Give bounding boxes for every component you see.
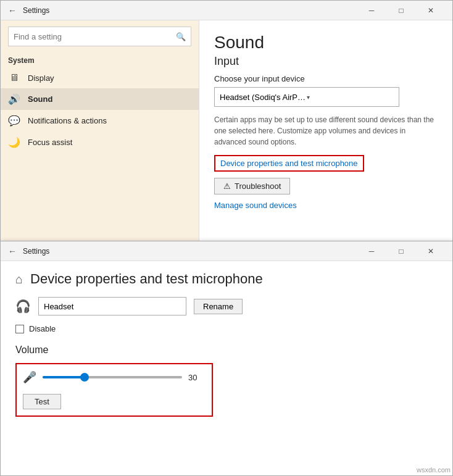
volume-section-title: Volume bbox=[15, 344, 438, 356]
device-name-row: 🎧 Rename bbox=[15, 297, 438, 315]
sound-icon: 🔊 bbox=[8, 93, 20, 105]
system-section-label: System bbox=[1, 52, 199, 67]
troubleshoot-button[interactable]: ⚠ Troubleshoot bbox=[214, 178, 290, 194]
titlebar-controls-bottom: ─ □ ✕ bbox=[357, 241, 445, 261]
titlebar-top: ← Settings ─ □ ✕ bbox=[1, 1, 452, 20]
sidebar-item-label-notifications: Notifications & actions bbox=[28, 116, 107, 125]
device-name-input[interactable] bbox=[38, 297, 186, 315]
sidebar-item-notifications[interactable]: 💬 Notifications & actions bbox=[1, 110, 199, 132]
volume-slider-row: 🎤 30 bbox=[23, 370, 203, 384]
search-box[interactable]: 🔍 bbox=[8, 27, 191, 46]
titlebar-controls-top: ─ □ ✕ bbox=[357, 1, 445, 20]
chevron-down-icon: ▾ bbox=[307, 94, 394, 101]
volume-row: 🎤 30 Test bbox=[15, 363, 213, 417]
sidebar-item-display[interactable]: 🖥 Display bbox=[1, 67, 199, 88]
display-icon: 🖥 bbox=[8, 72, 20, 83]
search-input[interactable] bbox=[14, 32, 176, 41]
warning-icon: ⚠ bbox=[223, 182, 231, 191]
input-device-dropdown[interactable]: Headset (Sodiq's AirPods Pro - Find... ▾ bbox=[214, 87, 399, 107]
device-label: Choose your input device bbox=[214, 74, 438, 83]
rename-button[interactable]: Rename bbox=[194, 299, 243, 314]
volume-value: 30 bbox=[188, 373, 203, 382]
info-text: Certain apps may be set up to use differ… bbox=[214, 114, 436, 148]
disable-checkbox[interactable] bbox=[15, 325, 24, 333]
device-props-body: ⌂ Device properties and test microphone … bbox=[1, 261, 452, 427]
home-icon: ⌂ bbox=[15, 272, 23, 286]
microphone-icon: 🎤 bbox=[23, 370, 36, 384]
back-button-bottom[interactable]: ← bbox=[8, 246, 17, 256]
titlebar-bottom: ← Settings ─ □ ✕ bbox=[1, 241, 452, 261]
maximize-button-bottom[interactable]: □ bbox=[387, 241, 415, 261]
close-button-top[interactable]: ✕ bbox=[417, 1, 445, 20]
page-title-top: Sound bbox=[214, 33, 438, 52]
dropdown-value: Headset (Sodiq's AirPods Pro - Find... bbox=[220, 93, 307, 102]
settings-window-bottom: ← Settings ─ □ ✕ ⌂ Device properties and… bbox=[0, 241, 453, 476]
section-title-input: Input bbox=[214, 55, 438, 68]
manage-sound-devices-link[interactable]: Manage sound devices bbox=[214, 201, 297, 210]
minimize-button-bottom[interactable]: ─ bbox=[357, 241, 386, 261]
back-button-top[interactable]: ← bbox=[8, 6, 17, 15]
disable-row: Disable bbox=[15, 324, 438, 333]
notifications-icon: 💬 bbox=[8, 115, 20, 127]
maximize-button-top[interactable]: □ bbox=[387, 1, 415, 20]
close-button-bottom[interactable]: ✕ bbox=[417, 241, 445, 261]
slider-thumb[interactable] bbox=[80, 373, 89, 382]
sidebar-item-label-sound: Sound bbox=[28, 94, 52, 104]
device-properties-link[interactable]: Device properties and test microphone bbox=[214, 155, 364, 172]
main-content-top: Sound Input Choose your input device Hea… bbox=[199, 20, 452, 241]
window-body-top: 🔍 System 🖥 Display 🔊 Sound 💬 Notificatio… bbox=[1, 20, 452, 241]
sidebar-item-label-focus: Focus assist bbox=[28, 138, 72, 147]
search-icon: 🔍 bbox=[176, 32, 186, 41]
minimize-button-top[interactable]: ─ bbox=[357, 1, 386, 20]
focus-icon: 🌙 bbox=[8, 136, 20, 148]
disable-label: Disable bbox=[29, 324, 56, 333]
test-button[interactable]: Test bbox=[23, 394, 61, 409]
slider-fill bbox=[43, 376, 85, 378]
sidebar: 🔍 System 🖥 Display 🔊 Sound 💬 Notificatio… bbox=[1, 20, 199, 241]
device-page-title-text: Device properties and test microphone bbox=[30, 271, 263, 287]
settings-window-top: ← Settings ─ □ ✕ 🔍 System 🖥 Display 🔊 So… bbox=[0, 0, 453, 242]
device-page-title: ⌂ Device properties and test microphone bbox=[15, 271, 438, 287]
sidebar-item-focus[interactable]: 🌙 Focus assist bbox=[1, 132, 199, 153]
watermark: wsxdn.com bbox=[417, 466, 451, 474]
sidebar-item-label-display: Display bbox=[28, 73, 54, 83]
titlebar-title-bottom: Settings bbox=[23, 247, 357, 256]
troubleshoot-label: Troubleshoot bbox=[235, 182, 281, 191]
titlebar-title-top: Settings bbox=[23, 6, 357, 15]
headphone-icon: 🎧 bbox=[15, 299, 31, 314]
volume-slider[interactable] bbox=[43, 376, 182, 378]
sidebar-item-sound[interactable]: 🔊 Sound bbox=[1, 88, 199, 110]
